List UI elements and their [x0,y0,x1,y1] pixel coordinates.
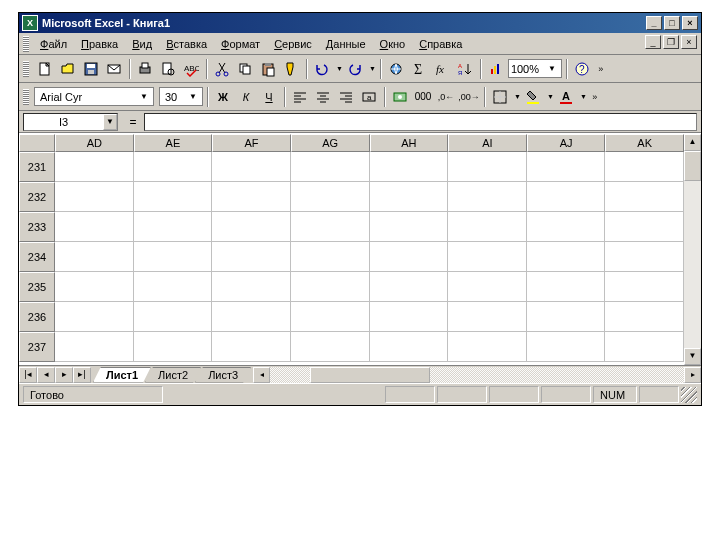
format-painter-icon[interactable] [280,58,302,80]
cell[interactable] [527,152,606,182]
row-header[interactable]: 235 [19,272,55,302]
undo-dropdown[interactable]: ▼ [336,65,343,72]
cell[interactable] [291,152,370,182]
mdi-restore-button[interactable]: ❐ [663,35,679,49]
mdi-close-button[interactable]: × [681,35,697,49]
row-header[interactable]: 237 [19,332,55,362]
open-icon[interactable] [57,58,79,80]
cell[interactable] [212,332,291,362]
redo-icon[interactable] [344,58,366,80]
cell[interactable] [134,242,213,272]
sheet-tab[interactable]: Лист1 [93,367,151,383]
print-preview-icon[interactable] [157,58,179,80]
cell[interactable] [448,182,527,212]
scroll-right-button[interactable]: ▸ [684,367,701,383]
cell[interactable] [605,182,684,212]
align-left-icon[interactable] [289,86,311,108]
cell[interactable] [134,302,213,332]
italic-button[interactable]: К [235,86,257,108]
currency-icon[interactable] [389,86,411,108]
column-header[interactable]: AI [448,134,527,152]
cell[interactable] [55,332,134,362]
cell[interactable] [527,212,606,242]
font-combo[interactable]: Arial Cyr▼ [34,87,154,106]
menu-вставка[interactable]: Вставка [159,36,214,52]
merge-center-icon[interactable]: a [358,86,380,108]
help-icon[interactable]: ? [571,58,593,80]
cell[interactable] [605,302,684,332]
chart-icon[interactable] [485,58,507,80]
tab-prev-button[interactable]: ◂ [37,367,55,383]
undo-icon[interactable] [311,58,333,80]
titlebar[interactable]: X Microsoft Excel - Книга1 _ □ × [19,13,701,33]
hyperlink-icon[interactable] [385,58,407,80]
menu-файл[interactable]: Файл [33,36,74,52]
mdi-minimize-button[interactable]: _ [645,35,661,49]
font-size-combo[interactable]: 30▼ [159,87,203,106]
cell[interactable] [55,182,134,212]
cell[interactable] [291,212,370,242]
row-header[interactable]: 232 [19,182,55,212]
tab-last-button[interactable]: ▸| [73,367,91,383]
decrease-decimal-icon[interactable]: ,00→ [458,86,480,108]
borders-icon[interactable] [489,86,511,108]
cell[interactable] [291,182,370,212]
cell[interactable] [55,302,134,332]
cell[interactable] [291,272,370,302]
cell[interactable] [134,152,213,182]
cell[interactable] [605,152,684,182]
tab-first-button[interactable]: |◂ [19,367,37,383]
scroll-left-button[interactable]: ◂ [253,367,270,383]
increase-decimal-icon[interactable]: ,0← [435,86,457,108]
align-right-icon[interactable] [335,86,357,108]
column-header[interactable]: AF [212,134,291,152]
column-header[interactable]: AJ [527,134,606,152]
close-button[interactable]: × [682,16,698,30]
menu-справка[interactable]: Справка [412,36,469,52]
row-header[interactable]: 231 [19,152,55,182]
cell[interactable] [527,242,606,272]
cell[interactable] [212,152,291,182]
cell[interactable] [291,302,370,332]
copy-icon[interactable] [234,58,256,80]
cell[interactable] [55,152,134,182]
scroll-down-button[interactable]: ▼ [684,348,701,365]
cell[interactable] [370,212,449,242]
toolbar-handle[interactable] [23,61,29,77]
menu-handle[interactable] [23,36,29,52]
cell[interactable] [212,272,291,302]
cell[interactable] [527,332,606,362]
cell[interactable] [605,242,684,272]
font-color-dropdown[interactable]: ▼ [580,93,587,100]
cell[interactable] [55,272,134,302]
zoom-combo[interactable]: 100%▼ [508,59,562,78]
font-color-icon[interactable]: A [555,86,577,108]
vertical-scrollbar[interactable]: ▲ ▼ [684,134,701,365]
cell[interactable] [370,272,449,302]
cell[interactable] [134,182,213,212]
cell[interactable] [448,152,527,182]
row-header[interactable]: 236 [19,302,55,332]
horizontal-scrollbar[interactable]: ◂ ▸ [253,367,701,383]
menu-правка[interactable]: Правка [74,36,125,52]
save-icon[interactable] [80,58,102,80]
maximize-button[interactable]: □ [664,16,680,30]
fill-color-icon[interactable] [522,86,544,108]
comma-style-icon[interactable]: 000 [412,86,434,108]
cell[interactable] [370,332,449,362]
cell[interactable] [605,212,684,242]
cell[interactable] [134,212,213,242]
minimize-button[interactable]: _ [646,16,662,30]
email-icon[interactable] [103,58,125,80]
row-header[interactable]: 233 [19,212,55,242]
scroll-up-button[interactable]: ▲ [684,134,701,151]
redo-dropdown[interactable]: ▼ [369,65,376,72]
paste-icon[interactable] [257,58,279,80]
column-header[interactable]: AK [605,134,684,152]
spellcheck-icon[interactable]: ABC [180,58,202,80]
menu-вид[interactable]: Вид [125,36,159,52]
autosum-icon[interactable]: Σ [408,58,430,80]
toolbar2-handle[interactable] [23,89,29,105]
toolbar2-overflow-icon[interactable]: » [588,86,602,108]
hscroll-thumb[interactable] [310,367,430,383]
